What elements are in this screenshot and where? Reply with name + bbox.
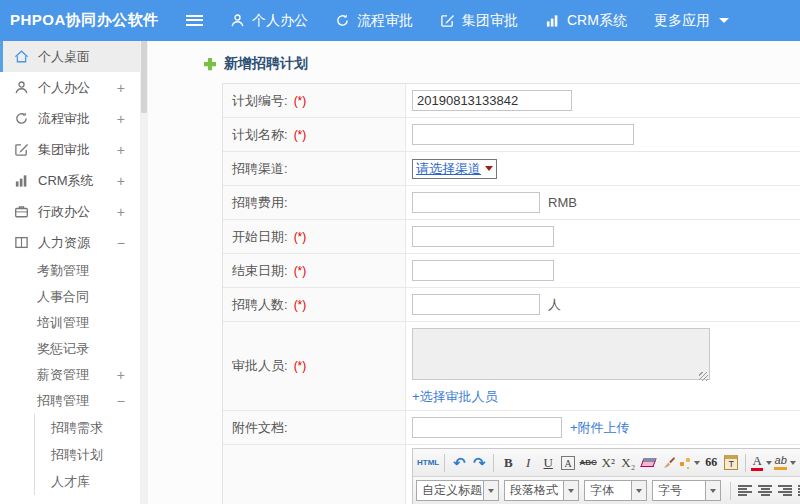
form-row-start-date: 开始日期: (*) <box>223 220 800 254</box>
chart-icon <box>545 13 560 28</box>
sidebar-item-group-approval[interactable]: 集团审批 + <box>0 134 140 165</box>
select-arrow-icon <box>705 481 720 500</box>
align-left-button[interactable] <box>736 480 754 501</box>
book-icon <box>14 235 29 250</box>
sidebar-item-hr[interactable]: 人力资源 − <box>0 227 140 258</box>
select-arrow-icon <box>563 481 578 500</box>
sidebar-item-recruitment[interactable]: 招聘管理 − <box>0 388 140 414</box>
subscript-button[interactable]: X₂ <box>619 452 637 473</box>
plan-name-input[interactable] <box>412 124 634 145</box>
font-size-select[interactable]: 字号 <box>652 480 721 501</box>
sidebar-item-recruit-demand[interactable]: 招聘需求 <box>35 414 140 441</box>
refresh-icon <box>335 13 350 28</box>
underline-button[interactable]: U <box>539 452 557 473</box>
remove-format-button[interactable] <box>639 452 657 473</box>
caret-down-icon <box>694 461 700 465</box>
highlight-color-button[interactable]: ab <box>774 452 796 473</box>
edit-icon <box>14 142 29 157</box>
auto-typeset-button[interactable] <box>679 452 700 473</box>
sidebar-item-talent-pool[interactable]: 人才库 <box>35 468 140 495</box>
font-color-button[interactable]: A <box>751 452 772 473</box>
sidebar-item-admin-office[interactable]: 行政办公 + <box>0 196 140 227</box>
end-date-input[interactable] <box>412 260 554 281</box>
align-justify-button[interactable] <box>796 480 800 501</box>
start-date-label: 开始日期: <box>232 228 288 246</box>
html-source-button[interactable]: HTML <box>417 452 439 473</box>
scrollbar-thumb[interactable] <box>141 41 147 113</box>
fee-input[interactable] <box>412 192 540 213</box>
minus-icon[interactable]: − <box>117 235 125 251</box>
brush-icon <box>661 456 675 470</box>
sidebar-item-salary[interactable]: 薪资管理 + <box>0 362 140 388</box>
sidebar-item-attendance[interactable]: 考勤管理 <box>0 258 140 284</box>
toolbar-separator <box>745 454 746 472</box>
sidebar-item-personal-office[interactable]: 个人办公 + <box>0 72 140 103</box>
plan-no-input[interactable] <box>412 90 572 111</box>
superscript-button[interactable]: X² <box>599 452 617 473</box>
redo-button[interactable]: ↷ <box>470 452 488 473</box>
sidebar-scrollbar[interactable] <box>140 41 148 504</box>
plus-icon[interactable]: + <box>117 111 125 127</box>
app-title: PHPOA协同办公软件 <box>0 11 186 30</box>
nav-item-crm[interactable]: CRM系统 <box>545 12 627 30</box>
sidebar-item-personal-desktop[interactable]: 个人桌面 <box>0 41 140 72</box>
clipboard-icon: T <box>724 455 738 470</box>
recruitment-submenu: 招聘需求 招聘计划 人才库 <box>34 414 140 495</box>
sidebar-item-hr-contract[interactable]: 人事合同 <box>0 284 140 310</box>
sparkle-icon <box>679 457 691 469</box>
headcount-label: 招聘人数: <box>232 296 288 314</box>
attachment-input[interactable] <box>412 417 562 438</box>
start-date-input[interactable] <box>412 226 554 247</box>
align-center-button[interactable] <box>756 480 774 501</box>
nav-item-personal-office[interactable]: 个人办公 <box>230 12 308 30</box>
channel-label: 招聘渠道: <box>232 160 288 178</box>
menu-icon[interactable] <box>186 13 206 29</box>
caret-down-icon <box>790 461 796 465</box>
plus-icon[interactable]: + <box>117 204 125 220</box>
channel-select[interactable]: 请选择渠道 <box>412 159 497 179</box>
heading-select[interactable]: 自定义标题 <box>416 480 499 501</box>
form-row-attachment: 附件文档: +附件上传 <box>223 411 800 445</box>
main-content: 新增招聘计划 计划编号: (*) 计划名称: (*) 招聘渠道: <box>148 41 800 504</box>
minus-icon[interactable]: − <box>117 393 125 409</box>
sidebar-item-recruit-plan[interactable]: 招聘计划 <box>35 441 140 468</box>
user-icon <box>14 80 29 95</box>
sidebar-item-reward-punishment[interactable]: 奖惩记录 <box>0 336 140 362</box>
plus-icon[interactable]: + <box>117 173 125 189</box>
headcount-input[interactable] <box>412 294 540 315</box>
approvers-textarea-wrap <box>412 328 710 384</box>
blockquote-button[interactable]: 66 <box>702 452 720 473</box>
format-brush-button[interactable] <box>659 452 677 473</box>
sidebar-item-crm[interactable]: CRM系统 + <box>0 165 140 196</box>
strikethrough-button[interactable]: ABC <box>579 452 597 473</box>
font-family-select[interactable]: 字体 <box>584 480 647 501</box>
approvers-textarea[interactable] <box>412 328 710 380</box>
paste-as-text-button[interactable]: T <box>722 452 740 473</box>
bold-button[interactable]: B <box>499 452 517 473</box>
upload-attachment-link[interactable]: +附件上传 <box>570 419 630 437</box>
page-header: 新增招聘计划 <box>204 55 800 73</box>
align-right-icon <box>778 485 792 496</box>
undo-button[interactable]: ↶ <box>450 452 468 473</box>
italic-button[interactable]: I <box>519 452 537 473</box>
caret-down-icon <box>719 18 729 23</box>
paragraph-format-select[interactable]: 段落格式 <box>504 480 579 501</box>
char-border-button[interactable]: A <box>559 452 577 473</box>
plus-icon[interactable]: + <box>117 142 125 158</box>
plan-name-label: 计划名称: <box>232 126 288 144</box>
nav-item-more-apps[interactable]: 更多应用 <box>654 12 729 30</box>
select-approvers-link[interactable]: +选择审批人员 <box>412 388 498 406</box>
required-mark: (*) <box>294 264 307 278</box>
nav-item-workflow-approval[interactable]: 流程审批 <box>335 12 413 30</box>
rmb-unit-label: RMB <box>548 195 577 210</box>
sidebar-item-workflow-approval[interactable]: 流程审批 + <box>0 103 140 134</box>
eraser-icon <box>640 458 656 467</box>
plus-icon[interactable]: + <box>117 367 125 383</box>
editor-row-label-empty <box>223 445 406 504</box>
align-right-button[interactable] <box>776 480 794 501</box>
sidebar-item-training[interactable]: 培训管理 <box>0 310 140 336</box>
edit-icon <box>440 13 455 28</box>
required-mark: (*) <box>294 94 307 108</box>
nav-item-group-approval[interactable]: 集团审批 <box>440 12 518 30</box>
plus-icon[interactable]: + <box>117 80 125 96</box>
